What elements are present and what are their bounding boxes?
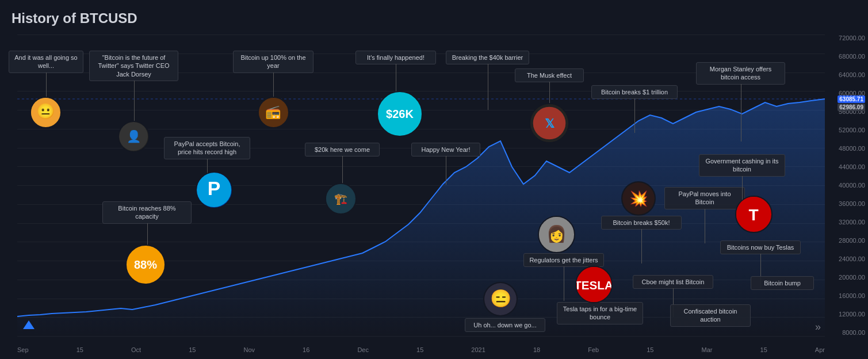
current-price-label: 63085.71 [838, 96, 865, 103]
ann1-icon: 😐 [30, 97, 62, 128]
88pct-icon: 88% [125, 245, 166, 285]
x-axis: Sep 15 Oct 15 Nov 16 Dec 15 2021 18 Feb … [17, 346, 825, 353]
ann2-icon: 👤 [118, 121, 150, 152]
50k-icon: 💥 [621, 181, 656, 216]
sad-icon: 😑 [483, 282, 518, 316]
y-axis: 72000.00 68000.00 64000.00 60000.00 5600… [828, 35, 868, 336]
svg-text:𝕏: 𝕏 [545, 117, 555, 130]
svg-text:😐: 😐 [36, 102, 55, 120]
price-chart [17, 35, 825, 336]
26k-icon: $26K [377, 91, 423, 137]
svg-text:👤: 👤 [127, 129, 142, 144]
page-title: History of BTCUSD [12, 10, 137, 26]
svg-text:📻: 📻 [265, 104, 281, 120]
tesla-t-icon: T [735, 196, 773, 233]
ann5-icon: 🏗️ [325, 183, 357, 215]
nav-arrow[interactable]: » [815, 321, 821, 333]
svg-text:😑: 😑 [490, 288, 512, 309]
tradingview-logo [20, 318, 37, 335]
svg-text:💥: 💥 [629, 189, 648, 208]
ann3-icon: 📻 [258, 97, 289, 128]
musk-twitter-icon: 𝕏 [529, 103, 569, 143]
secondary-price-label: 62986.09 [838, 104, 865, 111]
svg-text:P: P [208, 177, 221, 199]
svg-text:👩: 👩 [546, 224, 567, 243]
chart-container: History of BTCUSD 72000.00 68000.00 6400… [0, 0, 868, 359]
svg-text:T: T [748, 206, 758, 224]
yellen-icon: 👩 [538, 216, 575, 253]
paypal-icon: P [196, 171, 233, 209]
svg-text:TESLA: TESLA [576, 278, 611, 292]
tesla-logo: TESLA [575, 266, 613, 303]
svg-text:🏗️: 🏗️ [334, 192, 348, 205]
